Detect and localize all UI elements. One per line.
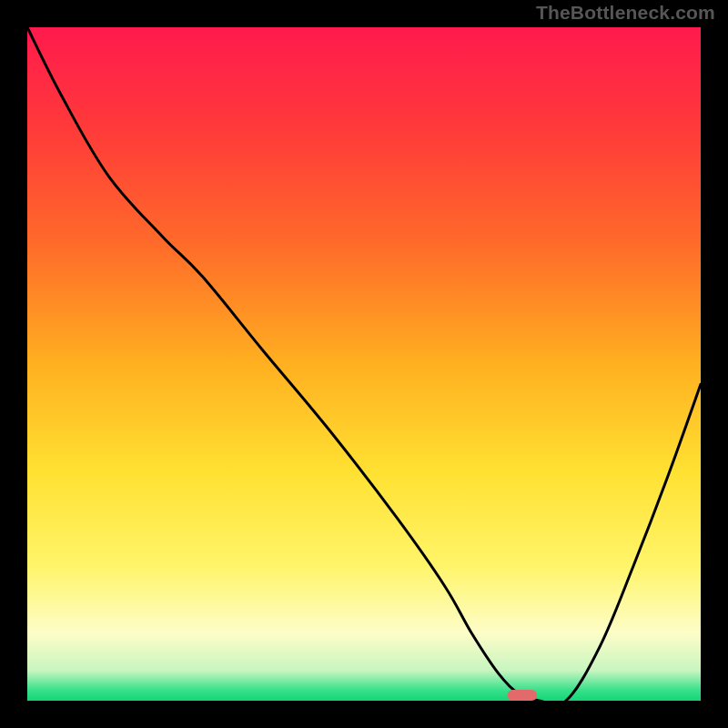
plot-background (27, 27, 701, 701)
chart-frame: { "watermark": "TheBottleneck.com", "col… (0, 0, 728, 728)
bottleneck-chart (0, 0, 728, 728)
optimum-marker (508, 690, 538, 701)
